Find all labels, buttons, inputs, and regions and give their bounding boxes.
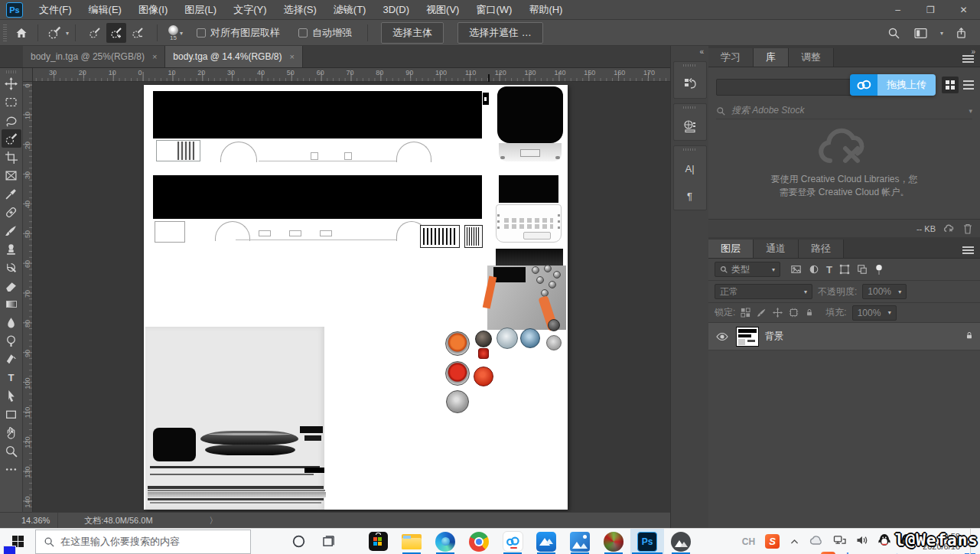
layer-lock-icon[interactable]: [965, 330, 974, 344]
onedrive-icon[interactable]: [809, 535, 823, 549]
filter-image-icon[interactable]: [790, 264, 802, 275]
tool-preset-picker[interactable]: [44, 23, 64, 43]
rectangular-marquee-tool[interactable]: [2, 93, 21, 111]
clone-stamp-tool[interactable]: [2, 240, 21, 258]
lock-transparency-icon[interactable]: [741, 308, 750, 318]
brush-size-picker[interactable]: 15 ▾: [168, 25, 183, 41]
tab-close-icon[interactable]: ×: [289, 52, 294, 61]
frame-tool[interactable]: [2, 166, 21, 184]
lock-all-icon[interactable]: [805, 308, 814, 318]
home-button[interactable]: [11, 23, 31, 43]
delete-icon[interactable]: [963, 223, 972, 234]
adobe-stock-search[interactable]: 搜索 Adobe Stock ▾: [716, 103, 972, 119]
list-view-button[interactable]: [960, 77, 977, 93]
subtract-from-selection-button[interactable]: [128, 23, 148, 43]
filter-shape-icon[interactable]: [839, 264, 850, 275]
zoom-tool[interactable]: [2, 442, 21, 460]
fill-dropdown[interactable]: 100%▾: [852, 305, 897, 321]
quick-selection-tool[interactable]: [2, 129, 21, 148]
language-indicator[interactable]: CH: [742, 536, 755, 547]
auto-enhance-option[interactable]: 自动增强: [298, 26, 352, 40]
eyedropper-tool[interactable]: [2, 184, 21, 203]
menu-item-9[interactable]: 窗口(W): [467, 0, 520, 19]
taskbar-baidu-netdisk[interactable]: [496, 529, 529, 554]
paragraph-panel-icon[interactable]: ¶: [679, 186, 702, 206]
select-subject-button[interactable]: 选择主体: [381, 22, 444, 44]
tab-close-icon[interactable]: ×: [152, 52, 157, 61]
checkbox-icon[interactable]: [197, 28, 206, 37]
panel-tab-1[interactable]: 库: [754, 48, 789, 67]
layers-tab-0[interactable]: 图层: [708, 240, 754, 258]
hand-tool[interactable]: [2, 423, 21, 442]
more-tools-tool[interactable]: [2, 460, 21, 478]
horizontal-ruler[interactable]: 3020100102030405060708090100110120130140…: [23, 68, 670, 82]
filter-type-text-icon[interactable]: T: [826, 264, 832, 275]
document-tab-0[interactable]: body_in.tga @ 25%(RGB/8)×: [23, 46, 165, 67]
taskbar-docs-blue-app[interactable]: [529, 529, 563, 554]
qq-icon[interactable]: [878, 533, 890, 549]
menu-item-2[interactable]: 图像(I): [130, 0, 176, 19]
menu-item-1[interactable]: 编辑(E): [80, 0, 130, 19]
taskbar-file-explorer[interactable]: [395, 529, 428, 554]
checkbox-icon[interactable]: [298, 28, 308, 37]
menu-item-6[interactable]: 滤镜(T): [325, 0, 375, 19]
dodge-tool[interactable]: [2, 331, 21, 350]
minimize-button[interactable]: –: [881, 0, 914, 19]
chevron-down-icon[interactable]: ▾: [969, 107, 972, 115]
crop-tool[interactable]: [2, 148, 21, 166]
select-and-mask-button[interactable]: 选择并遮住 …: [457, 22, 543, 44]
foreground-color-swatch[interactable]: [3, 546, 16, 554]
close-button[interactable]: ✕: [947, 0, 980, 19]
document-canvas[interactable]: [144, 85, 568, 510]
panel-tab-2[interactable]: 调整: [789, 48, 834, 67]
baidu-upload-overlay[interactable]: 拖拽上传: [850, 74, 936, 96]
opacity-dropdown[interactable]: 100%▾: [862, 284, 907, 299]
filter-adjustment-icon[interactable]: [809, 264, 819, 275]
task-view-button[interactable]: [314, 529, 344, 554]
layers-tab-1[interactable]: 通道: [754, 240, 799, 258]
move-tool[interactable]: [2, 74, 21, 93]
volume-icon[interactable]: [856, 535, 868, 549]
chevron-down-icon[interactable]: ▾: [66, 30, 69, 37]
blend-mode-dropdown[interactable]: 正常▾: [715, 284, 812, 299]
filter-type-dropdown[interactable]: 类型 ▾: [715, 262, 780, 277]
vertical-ruler[interactable]: 0102030405060708090100110120130140: [23, 82, 33, 512]
sync-disabled-icon[interactable]: [943, 224, 956, 233]
zoom-level-field[interactable]: 14.36%: [0, 513, 58, 528]
ruler-corner[interactable]: [23, 68, 33, 82]
character-panel-icon[interactable]: A|: [679, 158, 702, 178]
sample-all-layers-option[interactable]: 对所有图层取样: [197, 26, 280, 40]
spot-healing-brush-tool[interactable]: [2, 203, 21, 221]
taskbar-globe-app[interactable]: [597, 529, 630, 554]
path-selection-tool[interactable]: [2, 386, 21, 405]
chevron-down-icon[interactable]: ▾: [940, 30, 943, 37]
taskbar-windows-photos[interactable]: [563, 529, 597, 554]
new-selection-button[interactable]: [85, 23, 105, 43]
lock-artboard-icon[interactable]: [789, 308, 799, 318]
rectangle-tool[interactable]: [2, 405, 21, 423]
taskbar-photoshop[interactable]: Ps: [630, 529, 664, 554]
menu-item-10[interactable]: 帮助(H): [520, 0, 571, 19]
filter-toggle-pin[interactable]: [874, 264, 884, 275]
history-brush-tool[interactable]: [2, 258, 21, 276]
restore-button[interactable]: ❐: [914, 0, 947, 19]
pen-tool[interactable]: [2, 350, 21, 368]
sogou-tray-icon[interactable]: S: [765, 534, 780, 549]
taskbar-microsoft-store[interactable]: [361, 529, 395, 554]
menu-item-0[interactable]: 文件(F): [31, 0, 80, 19]
grid-view-button[interactable]: [942, 77, 959, 93]
menu-item-7[interactable]: 3D(D): [374, 0, 418, 19]
chevron-down-icon[interactable]: ▾: [180, 30, 183, 37]
search-icon[interactable]: [884, 23, 903, 43]
lasso-tool[interactable]: [2, 111, 21, 129]
gradient-tool[interactable]: [2, 295, 21, 313]
filter-smart-object-icon[interactable]: [857, 264, 868, 275]
lock-pixels-icon[interactable]: [757, 308, 767, 318]
layer-visibility-toggle[interactable]: [715, 332, 730, 341]
properties-panel-icon[interactable]: [679, 116, 702, 136]
taskbar-search-input[interactable]: 在这里输入你要搜索的内容: [35, 530, 251, 554]
eraser-tool[interactable]: [2, 276, 21, 295]
brush-tool[interactable]: [2, 221, 21, 240]
add-to-selection-button[interactable]: [106, 23, 126, 43]
menu-item-4[interactable]: 文字(Y): [225, 0, 275, 19]
